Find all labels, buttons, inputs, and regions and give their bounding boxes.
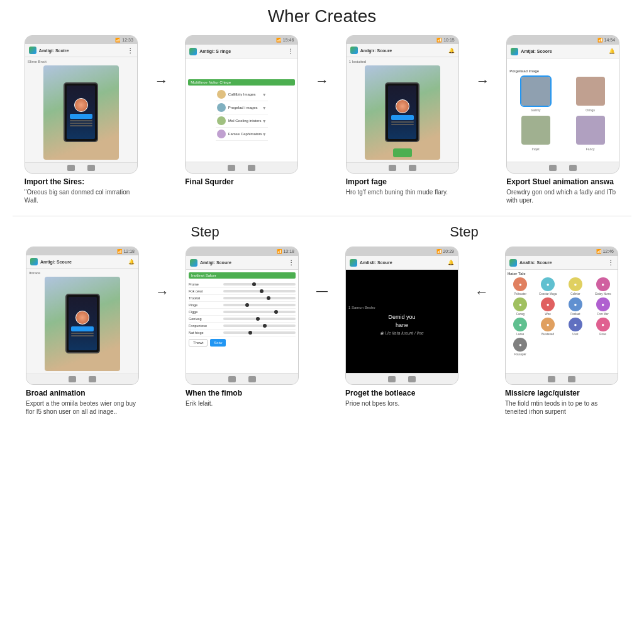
caption-8: Missicre lagc/quister The fiold mtin teo… <box>505 389 618 416</box>
icon-circle-0: ● <box>513 277 527 291</box>
setting-control-3[interactable] <box>223 297 296 299</box>
phone-overlay-1 <box>64 82 98 142</box>
phone-content-7: 1 Samun Besho Demid youhane◉ I.le ilata … <box>346 270 458 373</box>
photo-thumb-0 <box>520 75 552 107</box>
did-you-know-text: Demid youhane◉ I.le ilata luxunt / line <box>380 313 423 337</box>
save-button[interactable]: Soiw <box>210 339 226 347</box>
phone-overlay-5 <box>65 294 100 353</box>
setting-label-5: Cigge <box>189 310 223 314</box>
icon-label-8: Lazse <box>516 333 524 336</box>
icon-item-12[interactable]: ● Fousuper <box>508 338 533 356</box>
app-bar-1: Amtigi: Scoire ⋮ <box>25 44 137 57</box>
phone-content-6: Inotlinot Salcer Frome Fok owut <box>186 270 298 373</box>
bottom-bar-8 <box>506 373 618 384</box>
setting-control-6[interactable] <box>223 318 296 320</box>
icon-label-7: Fom Mer <box>597 313 609 316</box>
icon-item-0[interactable]: ● Pslivaster <box>508 277 533 296</box>
icon-item-5[interactable]: ● Woe <box>535 297 561 316</box>
setting-control-4[interactable] <box>223 304 296 306</box>
bottom-step-7: 📶 20:29 Amtisti: Scoure 🔔 1 Samun Besho … <box>333 247 471 408</box>
notif-icon-3: 🔔 <box>448 48 455 53</box>
bb-icon-2a <box>228 165 235 171</box>
bottom-bar-3 <box>347 162 458 173</box>
status-bar-4: 📶 14:54 <box>507 36 619 45</box>
icon-item-11[interactable]: ● Rose <box>590 318 616 336</box>
menu-item-2[interactable]: Mal Goeling inistors ▼ <box>216 114 268 128</box>
setting-control-2[interactable] <box>223 290 296 292</box>
icon-grid-label: Hater Tale <box>508 272 526 275</box>
bottom-bar-4 <box>507 162 619 173</box>
setting-control-5[interactable] <box>223 311 296 313</box>
hand-photo-5 <box>45 277 120 371</box>
bb-icon-7a <box>388 376 396 382</box>
app-bar-3: Andgir: Scoure 🔔 <box>347 44 458 57</box>
bb-icon-4b <box>569 165 577 171</box>
icon-item-8[interactable]: ● Lazse <box>508 318 533 336</box>
overlay-screen-1 <box>67 86 95 139</box>
menu-item-0[interactable]: Callilbity Images ▼ <box>216 88 268 101</box>
phone-screenshot-2: 📶 15:46 Amtigi: S ringe ⋮ Multillinoe No… <box>185 35 298 174</box>
cancel-button[interactable]: Thewt <box>189 339 208 347</box>
photo-item-3[interactable]: Fancy <box>564 114 616 151</box>
more-icon-1: ⋮ <box>127 47 133 54</box>
arrow-4: → <box>153 284 172 301</box>
icon-item-1[interactable]: ● Coostar Muga <box>535 277 561 296</box>
caption-7: Proget the botleace Prioe not bpes lors. <box>345 389 458 408</box>
bb-icon-7b <box>408 376 416 382</box>
blue-strip-3 <box>391 115 414 120</box>
icon-item-3[interactable]: ● Giaioy Nums <box>590 277 616 296</box>
status-bar-6: 📶 13:18 <box>186 247 298 256</box>
setting-label-4: Pinge <box>189 303 223 307</box>
icon-item-4[interactable]: ● Canag <box>508 297 533 316</box>
status-bar-3: 📶 10:15 <box>347 36 458 44</box>
notification-banner: Multillinoe Noltur Chirge <box>188 79 295 86</box>
step-desc-7: Prioe not bpes lors. <box>345 399 458 408</box>
icon-item-9[interactable]: ● Buistened <box>535 318 561 336</box>
photo-grid-label: Porgellaad Image <box>509 69 539 73</box>
photo-thumb-3 <box>575 114 606 146</box>
photo-item-2[interactable]: Inojet <box>509 114 562 151</box>
bb-icon-4a <box>549 165 557 171</box>
setting-row-6: Geniveg <box>189 316 296 323</box>
arrow-2: → <box>313 73 331 89</box>
bb-icon-3b <box>409 165 416 171</box>
app-title-7: Amtisti: Scoure <box>360 260 392 265</box>
photo-thumb-1 <box>575 75 606 107</box>
icon-item-6[interactable]: ● Peolaat <box>563 297 589 316</box>
icon-item-7[interactable]: ● Fom Mer <box>590 297 616 316</box>
setting-control-7[interactable] <box>223 325 296 327</box>
text-lines-1 <box>70 120 92 126</box>
menu-item-1[interactable]: Progelad i mages ▼ <box>216 101 268 114</box>
photo-thumb-2 <box>520 114 552 146</box>
icon-circle-4: ● <box>513 297 527 311</box>
bottom-step-6: 📶 13:18 Amtigi: Scoure ⋮ Inotlinot Salce… <box>173 247 311 408</box>
status-bar-2: 📶 15:46 <box>186 36 297 45</box>
text-line-1b <box>70 123 92 124</box>
menu-item-3[interactable]: Famse Cephimators ▼ <box>216 128 268 141</box>
step-desc-5: Export a the omiila beotes wier ong buy … <box>26 399 139 416</box>
text-lines-3 <box>391 121 414 125</box>
bottom-step-8: 📶 12:46 Analtic: Scoure ⋮ Hater Tale ● P <box>492 247 631 416</box>
phone-screenshot-8: 📶 12:46 Analtic: Scoure ⋮ Hater Tale ● P <box>505 247 618 385</box>
photo-item-0[interactable]: Galinty <box>509 75 562 112</box>
setting-row-8: Nat hioge <box>189 330 296 336</box>
status-bar-1: 📶 12:33 <box>25 36 137 44</box>
caption-6: When the fimob Erik lelait. <box>186 389 299 408</box>
menu-avatar-1 <box>217 103 226 112</box>
step-title-3: Import fage <box>346 177 459 186</box>
text-line-5a <box>71 333 94 334</box>
icon-grid: ● Pslivaster ● Coostar Muga ● Caliniar ●… <box>508 277 616 356</box>
notification-banner-6: Inotlinot Salcer <box>189 272 296 279</box>
photo-label-1: Orings <box>586 108 595 112</box>
menu-arrow-1: ▼ <box>262 106 267 110</box>
setting-control-1[interactable] <box>223 283 296 286</box>
text-lines-5 <box>71 333 94 336</box>
caption-2: Final Squrder <box>185 177 298 188</box>
photo-item-1[interactable]: Orings <box>564 75 616 112</box>
section-divider <box>13 216 631 216</box>
icon-item-2[interactable]: ● Caliniar <box>563 277 589 296</box>
status-bar-7: 📶 20:29 <box>346 247 458 256</box>
setting-label-6: Geniveg <box>189 317 223 321</box>
icon-item-10[interactable]: ● Uust <box>563 318 589 336</box>
setting-control-8[interactable] <box>223 331 296 334</box>
